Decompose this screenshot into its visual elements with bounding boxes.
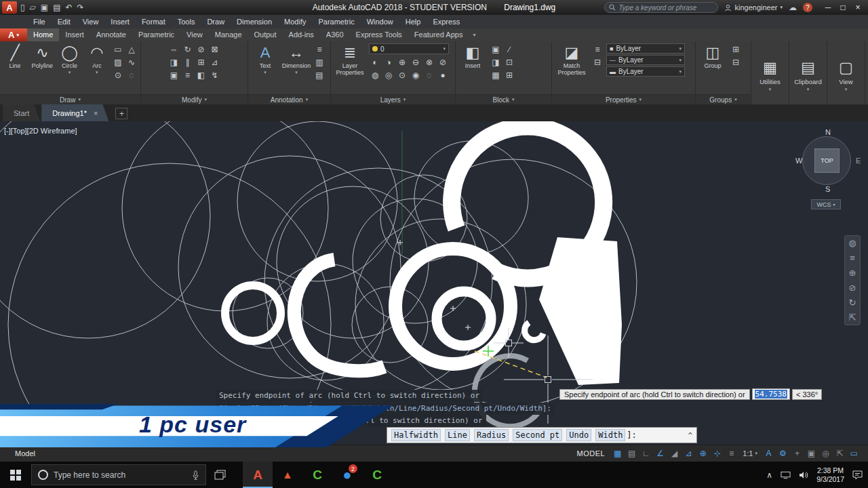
draw-extra-icon[interactable]: ⊙: [112, 69, 124, 81]
menu-item[interactable]: Format: [136, 15, 172, 28]
properties-tool-icon[interactable]: ≡: [591, 43, 604, 55]
panel-label-draw[interactable]: Draw▾: [0, 94, 140, 104]
viewcube[interactable]: N S W E TOP: [797, 129, 859, 194]
wcs-dropdown[interactable]: WCS ▾: [811, 199, 841, 209]
modify-tool-icon[interactable]: ⊞: [195, 56, 208, 68]
layer-tool-icon[interactable]: ◐: [369, 56, 381, 68]
viewcube-top-face[interactable]: TOP: [814, 148, 840, 173]
ribbon-tab[interactable]: Express Tools: [350, 28, 408, 41]
status-icon-annotation-monitor[interactable]: +: [790, 447, 804, 460]
keyword-search-input[interactable]: [618, 4, 713, 12]
layer-tool-icon[interactable]: ◍: [369, 69, 381, 81]
status-icon-ortho[interactable]: ∟: [639, 447, 653, 460]
ribbon-tab[interactable]: Add-ins: [283, 28, 320, 41]
start-button[interactable]: [0, 462, 31, 488]
layer-tool-icon[interactable]: ◎: [382, 69, 395, 81]
close-button[interactable]: ×: [851, 1, 865, 14]
group-button[interactable]: ◫ Group: [698, 43, 727, 69]
viewport-controls-label[interactable]: [-][Top][2D Wireframe]: [4, 127, 77, 135]
status-icon-lineweight[interactable]: ≡: [724, 447, 738, 460]
dynamic-input-value-field[interactable]: 54.7538: [752, 388, 790, 400]
microphone-icon[interactable]: [192, 470, 199, 480]
layer-dropdown[interactable]: 0 ▾: [369, 43, 449, 54]
status-icon-clean-screen[interactable]: ⇱: [833, 447, 847, 460]
menu-item[interactable]: Parametric: [312, 15, 360, 28]
dimension-button[interactable]: ↔ Dimension ▾: [282, 43, 311, 75]
status-icon-dynamic-input[interactable]: ⊹: [710, 447, 724, 460]
task-view-button[interactable]: [206, 462, 233, 488]
ribbon-tab[interactable]: Parametric: [132, 28, 180, 41]
property-select-color[interactable]: ■ ByLayer ▾: [606, 43, 685, 54]
block-tool-icon[interactable]: ∕: [503, 43, 515, 55]
menu-item[interactable]: Edit: [52, 15, 77, 28]
draw-tool-button[interactable]: ◠ Arc ▾: [85, 43, 109, 75]
status-icon-osnap-tracking[interactable]: ⊿: [682, 447, 696, 460]
navbar-icon-steering[interactable]: ⇱: [849, 312, 856, 323]
network-icon[interactable]: [781, 471, 791, 479]
qat-icon-plot[interactable]: ▤: [53, 0, 60, 15]
ribbon-tab[interactable]: A360: [320, 28, 350, 41]
draw-extra-icon[interactable]: ▭: [112, 43, 124, 55]
modify-tool-icon[interactable]: ⊠: [209, 43, 221, 55]
minimize-button[interactable]: ─: [821, 1, 835, 14]
draw-tool-button[interactable]: ◯ Circle ▾: [58, 43, 82, 75]
status-icon-object-snap[interactable]: ⊕: [696, 447, 710, 460]
group-tool-icon[interactable]: ⊞: [730, 43, 742, 55]
qat-icon-save[interactable]: ▣: [41, 0, 48, 15]
drawing-area[interactable]: [-][Top][2D Wireframe] N S W E TOP WCS ▾…: [0, 121, 868, 445]
status-icon-quick-properties[interactable]: ▣: [804, 447, 818, 460]
collapsed-panel-utilities[interactable]: ▦ Utilities ▾: [751, 41, 789, 104]
layer-tool-icon[interactable]: ◑: [382, 56, 395, 68]
status-icon-polar-tracking[interactable]: ∠: [653, 447, 667, 460]
modify-tool-icon[interactable]: ≡: [182, 69, 194, 81]
property-select-linetype[interactable]: — ByLayer ▾: [606, 55, 685, 65]
annotation-tool-icon[interactable]: ≡: [313, 43, 326, 55]
block-tool-icon[interactable]: ⊡: [503, 56, 515, 68]
modify-tool-icon[interactable]: ▣: [168, 69, 180, 81]
draw-extra-icon[interactable]: ▨: [112, 56, 124, 68]
insert-block-button[interactable]: ◧ Insert: [458, 43, 487, 69]
status-icon-annotation-scale[interactable]: A: [762, 447, 776, 460]
menu-item[interactable]: Help: [399, 15, 427, 28]
block-tool-icon[interactable]: ⊞: [503, 69, 515, 81]
modify-tool-icon[interactable]: ↻: [182, 43, 194, 55]
draw-tool-button[interactable]: ╱ Line: [3, 43, 27, 69]
navbar-icon-pan[interactable]: ≡: [850, 253, 855, 263]
layer-tool-icon[interactable]: ●: [437, 69, 449, 81]
group-tool-icon[interactable]: ⊟: [730, 56, 742, 68]
menu-item[interactable]: View: [77, 15, 105, 28]
ribbon-tab[interactable]: Output: [248, 28, 283, 41]
draw-extra-icon[interactable]: ∿: [125, 56, 138, 68]
viewcube-north[interactable]: N: [825, 128, 831, 136]
navbar-icon-zoom-extents[interactable]: ⊕: [849, 268, 856, 278]
property-select-lineweight[interactable]: ▬ ByLayer ▾: [606, 66, 685, 77]
navbar-icon-full-navigation-wheel[interactable]: ◍: [848, 238, 856, 248]
taskbar-app-browser[interactable]: ● 2: [332, 462, 362, 488]
menu-item[interactable]: Express: [427, 15, 466, 28]
model-layout-tab[interactable]: Model: [15, 449, 35, 458]
layer-tool-icon[interactable]: ⊘: [437, 56, 449, 68]
layer-tool-icon[interactable]: ◌: [423, 69, 435, 81]
ribbon-tab[interactable]: Home: [27, 28, 59, 41]
panel-label-groups[interactable]: Groups▾: [696, 94, 751, 104]
status-icon-snap[interactable]: ▤: [625, 447, 639, 460]
ribbon-tab[interactable]: Annotate: [90, 28, 132, 41]
command-option[interactable]: Undo: [566, 429, 591, 441]
viewcube-west[interactable]: W: [795, 157, 802, 165]
taskbar-search-input[interactable]: [54, 470, 186, 480]
taskbar-app-camtasia-recorder[interactable]: C: [362, 462, 392, 488]
action-center-icon[interactable]: [852, 470, 863, 480]
qat-icon-new[interactable]: ▯: [20, 0, 25, 15]
qat-icon-undo[interactable]: ↶: [66, 0, 73, 15]
status-icon-comment[interactable]: ▭: [847, 447, 861, 460]
panel-label-block[interactable]: Block▾: [456, 94, 551, 104]
status-icon-workspace[interactable]: ⚙: [776, 447, 790, 460]
new-tab-button[interactable]: +: [115, 108, 127, 119]
command-option[interactable]: Width: [595, 429, 625, 441]
command-option[interactable]: Second pt: [513, 429, 562, 441]
text-button[interactable]: A Text ▾: [251, 43, 279, 75]
tab-drawing1[interactable]: Drawing1* ×: [41, 104, 108, 121]
draw-tool-button[interactable]: ∿ Polyline: [30, 43, 54, 69]
qat-icon-redo[interactable]: ↷: [77, 0, 84, 15]
panel-label-layers[interactable]: Layers▾: [331, 94, 455, 104]
